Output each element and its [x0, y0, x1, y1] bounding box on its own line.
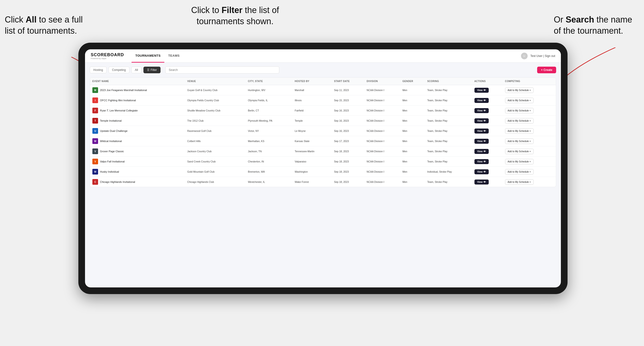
view-button[interactable]: View 👁 [474, 169, 489, 174]
team-logo: I [92, 97, 98, 103]
cell-gender: Men [400, 167, 425, 177]
annotation-top-left: Click All to see a full list of tourname… [5, 14, 86, 36]
table-row: V Grover Page Classic Jackson Country Cl… [90, 146, 556, 157]
nav-tab-teams[interactable]: TEAMS [164, 49, 183, 63]
table-row: T Temple Invitational The 1912 Club Plym… [90, 116, 556, 126]
view-button[interactable]: View 👁 [474, 98, 489, 103]
cell-competing: Add to My Schedule + [503, 177, 556, 187]
cell-city: Victor, NY [246, 126, 292, 136]
add-to-schedule-button[interactable]: Add to My Schedule + [505, 139, 534, 144]
table-row: W Wildcat Invitational Colbert Hills Man… [90, 136, 556, 146]
eye-icon: 👁 [484, 89, 486, 92]
avatar: U [521, 53, 528, 59]
table-row: U Upstate Dual Challenge Ravenwood Golf … [90, 126, 556, 136]
add-to-schedule-button[interactable]: Add to My Schedule + [505, 108, 534, 113]
cell-scoring: Team, Stroke Play [425, 126, 472, 136]
cell-actions: View 👁 [472, 116, 503, 126]
cell-date: Sep 16, 2023 [332, 106, 364, 116]
cell-scoring: Team, Stroke Play [425, 136, 472, 146]
cell-city: Bremerton, WA [246, 167, 292, 177]
cell-competing: Add to My Schedule + [503, 136, 556, 146]
tab-competing[interactable]: Competing [108, 67, 130, 73]
col-event-name: EVENT NAME [90, 78, 185, 85]
view-button[interactable]: View 👁 [474, 149, 489, 154]
table-header-row: EVENT NAME VENUE CITY, STATE HOSTED BY S… [90, 78, 556, 85]
cell-division: NCAA Division I [364, 116, 400, 126]
search-input[interactable] [165, 66, 279, 73]
cell-gender: Men [400, 116, 425, 126]
cell-gender: Men [400, 177, 425, 187]
cell-competing: Add to My Schedule + [503, 106, 556, 116]
tab-all[interactable]: All [131, 67, 142, 73]
event-name-text: Temple Invitational [100, 119, 122, 122]
add-to-schedule-button[interactable]: Add to My Schedule + [505, 179, 534, 185]
cell-venue: Olympia Fields Country Club [185, 95, 246, 106]
cell-city: Huntington, WV [246, 85, 292, 95]
cell-venue: Chicago Highlands Club [185, 177, 246, 187]
view-button[interactable]: View 👁 [474, 118, 489, 123]
cell-event-name: I OFCC Fighting Illini Invitational [90, 95, 185, 106]
team-logo: F [92, 108, 98, 113]
cell-scoring: Team, Stroke Play [425, 177, 472, 187]
view-button[interactable]: View 👁 [474, 129, 489, 134]
cell-city: Jackson, TN [246, 146, 292, 157]
add-to-schedule-button[interactable]: Add to My Schedule + [505, 128, 534, 134]
view-button[interactable]: View 👁 [474, 159, 489, 164]
eye-icon: 👁 [484, 120, 486, 122]
cell-scoring: Team, Stroke Play [425, 85, 472, 95]
cell-date: Sep 15, 2023 [332, 95, 364, 106]
filter-button[interactable]: ☰ Filter [144, 67, 160, 73]
create-button[interactable]: + Create [537, 67, 556, 73]
main-nav: TOURNAMENTS TEAMS [132, 49, 183, 63]
view-button[interactable]: View 👁 [474, 108, 489, 113]
cell-date: Sep 16, 2023 [332, 116, 364, 126]
table-row: V Valpo Fall Invitational Sand Creek Cou… [90, 157, 556, 167]
view-button[interactable]: View 👁 [474, 179, 489, 184]
table-row: W Husky Individual Gold Mountain Golf Cl… [90, 167, 556, 177]
eye-icon: 👁 [484, 171, 486, 173]
cell-event-name: V Grover Page Classic [90, 146, 185, 157]
cell-hosted: Valparaiso [292, 157, 332, 167]
cell-venue: Ravenwood Golf Club [185, 126, 246, 136]
view-button[interactable]: View 👁 [474, 88, 489, 93]
col-city-state: CITY, STATE [246, 78, 292, 85]
filter-label: Filter [150, 68, 157, 72]
nav-tab-tournaments[interactable]: TOURNAMENTS [132, 49, 164, 63]
eye-icon: 👁 [484, 140, 486, 143]
cell-hosted: Kansas State [292, 136, 332, 146]
cell-competing: Add to My Schedule + [503, 157, 556, 167]
view-button[interactable]: View 👁 [474, 139, 489, 144]
cell-division: NCAA Division I [364, 167, 400, 177]
add-to-schedule-button[interactable]: Add to My Schedule + [505, 88, 534, 93]
cell-venue: Shuttle Meadow Country Club [185, 106, 246, 116]
eye-icon: 👁 [484, 181, 486, 183]
cell-gender: Men [400, 146, 425, 157]
cell-hosted: Marshall [292, 85, 332, 95]
team-logo: C [92, 179, 98, 185]
tab-hosting[interactable]: Hosting [90, 67, 106, 73]
add-to-schedule-button[interactable]: Add to My Schedule + [505, 118, 534, 124]
event-name-text: Ryan T. Lee Memorial Collegiate [100, 109, 138, 112]
eye-icon: 👁 [484, 150, 486, 153]
table-row: C Chicago Highlands Invitational Chicago… [90, 177, 556, 187]
add-to-schedule-button[interactable]: Add to My Schedule + [505, 169, 534, 174]
add-to-schedule-button[interactable]: Add to My Schedule + [505, 159, 534, 164]
cell-date: Sep 17, 2023 [332, 136, 364, 146]
cell-division: NCAA Division I [364, 177, 400, 187]
add-to-schedule-button[interactable]: Add to My Schedule + [505, 98, 534, 103]
cell-scoring: Team, Stroke Play [425, 157, 472, 167]
team-logo: U [92, 128, 98, 134]
team-logo: M [92, 87, 98, 93]
cell-division: NCAA Division I [364, 157, 400, 167]
cell-date: Sep 11, 2023 [332, 85, 364, 95]
annotation-top-right: Or Search the name of the tournament. [554, 14, 639, 36]
cell-division: NCAA Division I [364, 136, 400, 146]
cell-division: NCAA Division I [364, 95, 400, 106]
cell-division: NCAA Division I [364, 106, 400, 116]
app-header: SCOREBOARD Powered by clippd TOURNAMENTS… [85, 49, 561, 63]
event-name-text: Upstate Dual Challenge [100, 130, 128, 132]
cell-event-name: M 2023 Joe Feaganes Marshall Invitationa… [90, 85, 185, 95]
cell-actions: View 👁 [472, 157, 503, 167]
cell-hosted: Le Moyne [292, 126, 332, 136]
add-to-schedule-button[interactable]: Add to My Schedule + [505, 149, 534, 154]
